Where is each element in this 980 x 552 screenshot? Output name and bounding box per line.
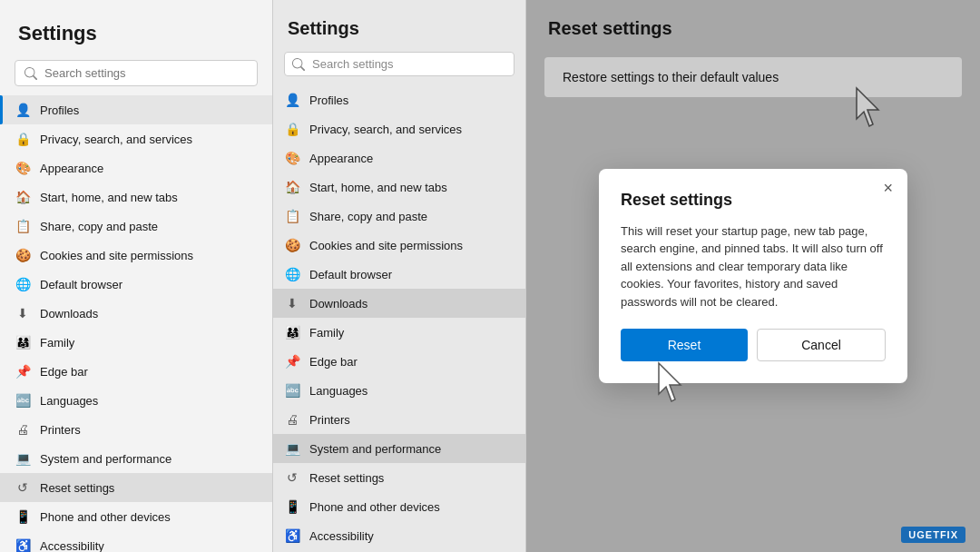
sidebar-item-label: Reset settings bbox=[40, 481, 114, 495]
middle-item-start[interactable]: 🏠 Start, home, and new tabs bbox=[273, 172, 525, 202]
sidebar-item-edge-bar[interactable]: 📌 Edge bar bbox=[0, 357, 272, 386]
middle-nav: 👤 Profiles 🔒 Privacy, search, and servic… bbox=[273, 85, 525, 552]
sidebar-item-label: Downloads bbox=[40, 307, 98, 320]
sidebar-item-family[interactable]: 👨‍👩‍👧 Family bbox=[0, 328, 272, 357]
middle-appearance-icon: 🎨 bbox=[284, 150, 300, 166]
middle-item-appearance[interactable]: 🎨 Appearance bbox=[273, 143, 525, 172]
cancel-button[interactable]: Cancel bbox=[757, 329, 886, 361]
search-icon bbox=[24, 67, 37, 80]
right-panel: Reset settings Restore settings to their… bbox=[526, 0, 980, 552]
middle-item-privacy[interactable]: 🔒 Privacy, search, and services bbox=[273, 114, 525, 143]
middle-item-edge-bar[interactable]: 📌 Edge bar bbox=[273, 347, 525, 376]
sidebar-item-appearance[interactable]: 🎨 Appearance bbox=[0, 153, 272, 182]
sidebar-item-label: Languages bbox=[40, 394, 98, 408]
sidebar-item-label: Phone and other devices bbox=[40, 510, 171, 524]
middle-privacy-icon: 🔒 bbox=[284, 121, 300, 137]
sidebar-item-cookies[interactable]: 🍪 Cookies and site permissions bbox=[0, 241, 272, 270]
middle-item-label: Start, home, and new tabs bbox=[309, 181, 447, 194]
sidebar-item-accessibility[interactable]: ♿ Accessibility bbox=[0, 531, 272, 552]
middle-item-label: Privacy, search, and services bbox=[309, 123, 462, 136]
middle-item-profiles[interactable]: 👤 Profiles bbox=[273, 85, 525, 114]
dialog-body: This will reset your startup page, new t… bbox=[621, 222, 886, 311]
middle-item-label: Phone and other devices bbox=[309, 500, 440, 514]
system-icon: 💻 bbox=[15, 450, 31, 467]
sidebar-item-downloads[interactable]: ⬇ Downloads bbox=[0, 299, 272, 328]
middle-item-accessibility[interactable]: ♿ Accessibility bbox=[273, 521, 525, 550]
search-input[interactable] bbox=[44, 66, 248, 80]
middle-item-label: Edge bar bbox=[309, 355, 358, 369]
appearance-icon: 🎨 bbox=[15, 160, 31, 176]
sidebar-item-profiles[interactable]: 👤 Profiles bbox=[0, 95, 272, 124]
cookies-icon: 🍪 bbox=[15, 247, 31, 263]
sidebar-item-label: Share, copy and paste bbox=[40, 220, 158, 233]
sidebar-item-languages[interactable]: 🔤 Languages bbox=[0, 386, 272, 415]
sidebar-item-share[interactable]: 📋 Share, copy and paste bbox=[0, 212, 272, 241]
dialog-close-button[interactable]: × bbox=[883, 180, 893, 196]
dialog-buttons: Reset Cancel bbox=[621, 329, 886, 361]
middle-item-label: Default browser bbox=[309, 268, 392, 281]
middle-cookies-icon: 🍪 bbox=[284, 237, 300, 253]
reset-icon: ↺ bbox=[15, 479, 31, 496]
middle-item-reset[interactable]: ↺ Reset settings bbox=[273, 463, 525, 492]
edge-bar-icon: 📌 bbox=[15, 363, 31, 380]
sidebar-item-reset[interactable]: ↺ Reset settings bbox=[0, 473, 272, 502]
middle-item-cookies[interactable]: 🍪 Cookies and site permissions bbox=[273, 231, 525, 260]
default-browser-icon: 🌐 bbox=[15, 276, 31, 292]
sidebar: Settings 👤 Profiles 🔒 Privacy, search, a… bbox=[0, 0, 272, 552]
middle-item-label: Accessibility bbox=[309, 529, 374, 543]
middle-item-languages[interactable]: 🔤 Languages bbox=[273, 376, 525, 405]
middle-item-label: Languages bbox=[309, 384, 368, 398]
reset-button[interactable]: Reset bbox=[621, 329, 748, 361]
middle-search-placeholder: Search settings bbox=[312, 57, 394, 71]
phone-icon: 📱 bbox=[15, 508, 31, 525]
middle-item-label: Reset settings bbox=[309, 471, 384, 485]
middle-start-icon: 🏠 bbox=[284, 179, 300, 195]
sidebar-item-label: Cookies and site permissions bbox=[40, 249, 193, 262]
sidebar-title: Settings bbox=[0, 0, 272, 56]
middle-item-printers[interactable]: 🖨 Printers bbox=[273, 405, 525, 434]
start-icon: 🏠 bbox=[15, 189, 31, 205]
sidebar-item-label: Printers bbox=[40, 423, 81, 437]
middle-item-label: Downloads bbox=[309, 297, 368, 310]
middle-item-label: System and performance bbox=[309, 442, 441, 456]
middle-edge-bar-icon: 📌 bbox=[284, 353, 300, 370]
downloads-icon: ⬇ bbox=[15, 305, 31, 321]
sidebar-item-label: Default browser bbox=[40, 278, 122, 291]
middle-panel: Settings Search settings 👤 Profiles 🔒 Pr… bbox=[272, 0, 526, 552]
sidebar-item-system[interactable]: 💻 System and performance bbox=[0, 444, 272, 473]
sidebar-item-label: Privacy, search, and services bbox=[40, 133, 192, 146]
middle-accessibility-icon: ♿ bbox=[284, 527, 300, 544]
sidebar-search-box[interactable] bbox=[15, 60, 258, 86]
profiles-icon: 👤 bbox=[15, 102, 31, 118]
sidebar-item-label: Accessibility bbox=[40, 539, 104, 553]
languages-icon: 🔤 bbox=[15, 392, 31, 409]
middle-item-downloads[interactable]: ⬇ Downloads bbox=[273, 289, 525, 318]
sidebar-item-printers[interactable]: 🖨 Printers bbox=[0, 415, 272, 444]
privacy-icon: 🔒 bbox=[15, 131, 31, 147]
middle-item-system[interactable]: 💻 System and performance bbox=[273, 434, 525, 463]
sidebar-item-privacy[interactable]: 🔒 Privacy, search, and services bbox=[0, 124, 272, 153]
sidebar-item-default-browser[interactable]: 🌐 Default browser bbox=[0, 270, 272, 299]
middle-title: Settings bbox=[273, 0, 525, 48]
family-icon: 👨‍👩‍👧 bbox=[15, 334, 31, 350]
dialog-title: Reset settings bbox=[621, 191, 886, 210]
middle-search-box[interactable]: Search settings bbox=[284, 52, 514, 76]
middle-browser-icon: 🌐 bbox=[284, 266, 300, 282]
middle-item-label: Printers bbox=[309, 413, 350, 427]
sidebar-item-label: System and performance bbox=[40, 452, 172, 466]
sidebar-item-phone[interactable]: 📱 Phone and other devices bbox=[0, 502, 272, 531]
middle-item-phone[interactable]: 📱 Phone and other devices bbox=[273, 492, 525, 521]
sidebar-item-label: Profiles bbox=[40, 104, 79, 117]
middle-item-default-browser[interactable]: 🌐 Default browser bbox=[273, 260, 525, 289]
sidebar-item-start[interactable]: 🏠 Start, home, and new tabs bbox=[0, 182, 272, 212]
middle-item-share[interactable]: 📋 Share, copy and paste bbox=[273, 202, 525, 231]
middle-item-family[interactable]: 👨‍👩‍👧 Family bbox=[273, 318, 525, 347]
middle-search-icon bbox=[292, 58, 305, 71]
dialog-overlay: × Reset settings This will reset your st… bbox=[526, 0, 980, 552]
watermark: UGETFIX bbox=[901, 527, 965, 543]
middle-item-label: Share, copy and paste bbox=[309, 210, 427, 223]
svg-marker-1 bbox=[659, 363, 681, 401]
middle-item-label: Appearance bbox=[309, 152, 373, 165]
middle-phone-icon: 📱 bbox=[284, 498, 300, 515]
sidebar-item-label: Start, home, and new tabs bbox=[40, 191, 178, 204]
